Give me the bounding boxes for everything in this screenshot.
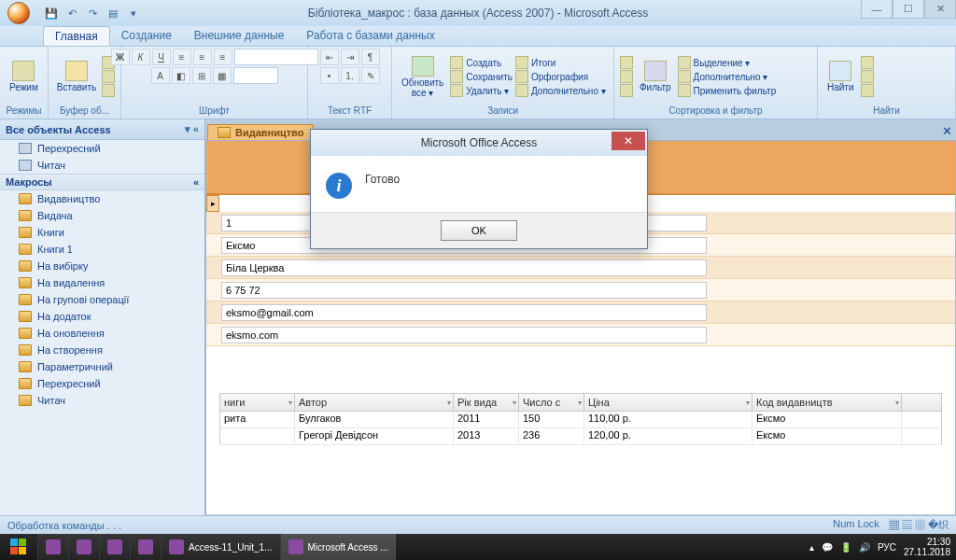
nav-item-macro[interactable]: На вибірку [0, 258, 204, 274]
save-record-button[interactable]: Сохранить [450, 70, 513, 83]
table-cell[interactable]: 236 [519, 428, 584, 444]
taskbar-item[interactable] [130, 534, 161, 560]
taskbar-item[interactable]: Access-11_Unit_1... [161, 534, 280, 560]
column-header[interactable]: Автор▾ [295, 394, 454, 411]
select-button[interactable] [861, 84, 874, 97]
nav-item-macro[interactable]: На додаток [0, 308, 204, 325]
undo-icon[interactable]: ↶ [63, 5, 80, 21]
table-cell[interactable] [220, 428, 295, 444]
delete-record-button[interactable]: Удалить ▾ [450, 84, 513, 97]
doc-close-button[interactable]: ✕ [937, 121, 956, 140]
nav-item[interactable]: Перехресний [0, 140, 204, 157]
qat-icon[interactable]: ▤ [105, 5, 121, 21]
italic-button[interactable]: К [132, 49, 150, 65]
table-cell[interactable]: Ексмо [752, 428, 902, 444]
alt-row-button[interactable]: ▦ [213, 67, 232, 84]
toggle-filter-button[interactable]: Применить фильтр [678, 84, 777, 97]
nav-item-macro[interactable]: На створення [0, 342, 204, 358]
form-input[interactable] [221, 304, 707, 321]
bullets-button[interactable]: • [320, 67, 339, 84]
view-button[interactable]: Режим [6, 59, 42, 94]
close-button[interactable]: ✕ [924, 0, 956, 19]
filter-button[interactable]: Фильтр [636, 59, 675, 94]
nav-item-macro[interactable]: Видавництво [0, 190, 204, 207]
tab-home[interactable]: Главная [43, 26, 110, 46]
fill-color-button[interactable]: ◧ [172, 67, 190, 84]
taskbar-item[interactable] [37, 534, 68, 560]
find-button[interactable]: Найти [823, 59, 858, 94]
table-cell[interactable]: 2013 [454, 428, 519, 444]
numbering-button[interactable]: 1. [341, 67, 359, 84]
save-icon[interactable]: 💾 [43, 5, 60, 21]
align-right-button[interactable]: ≡ [214, 49, 232, 65]
form-input[interactable] [221, 259, 707, 276]
view-shortcuts[interactable]: ▦ ▤ ▥ �织 [889, 518, 949, 532]
ltr-button[interactable]: ¶ [361, 49, 380, 65]
gridlines-button[interactable]: ⊞ [192, 67, 211, 84]
qat-more-icon[interactable]: ▾ [125, 5, 142, 21]
form-input[interactable] [221, 282, 707, 299]
nav-item-macro[interactable]: Параметричний [0, 358, 204, 375]
action-center-icon[interactable]: 💬 [822, 542, 833, 553]
volume-icon[interactable]: 🔊 [859, 542, 870, 553]
format-painter-button[interactable] [102, 84, 115, 97]
battery-icon[interactable]: 🔋 [840, 542, 851, 553]
doc-tab[interactable]: Видавництво [207, 124, 314, 140]
highlight-button[interactable]: ✎ [361, 67, 380, 84]
align-center-button[interactable]: ≡ [193, 49, 212, 65]
nav-item-macro[interactable]: На оновлення [0, 325, 204, 342]
record-selector[interactable]: ▸ [206, 195, 219, 212]
table-cell[interactable]: Ексмо [752, 412, 902, 427]
tab-create[interactable]: Создание [110, 26, 183, 46]
font-combo[interactable] [234, 49, 318, 65]
table-cell[interactable]: 2011 [454, 412, 519, 427]
nav-item-macro[interactable]: Книги 1 [0, 241, 204, 258]
table-cell[interactable]: 120,00 р. [584, 428, 752, 444]
column-header[interactable]: Ціна▾ [584, 394, 752, 411]
spelling-button[interactable]: Орфография [515, 70, 606, 83]
minimize-button[interactable]: — [861, 0, 893, 19]
totals-button[interactable]: Итоги [515, 56, 606, 69]
nav-header[interactable]: Все объекты Access▾ « [0, 119, 204, 140]
advanced-filter-button[interactable]: Дополнительно ▾ [678, 70, 777, 83]
new-record-button[interactable]: Создать [450, 56, 513, 69]
table-row[interactable]: ритаБулгаков2011150110,00 р.Ексмо [219, 412, 942, 428]
paste-button[interactable]: Вставить [54, 59, 99, 94]
nav-item-macro[interactable]: На групові операції [0, 291, 204, 308]
column-header[interactable]: Рік вида▾ [454, 394, 519, 411]
tray-up-icon[interactable]: ▴ [809, 542, 814, 553]
nav-item-macro[interactable]: Книги [0, 224, 204, 241]
replace-button[interactable] [861, 56, 874, 69]
nav-item-macro[interactable]: Перехресний [0, 375, 204, 392]
font-color-button[interactable]: A [151, 67, 170, 84]
nav-item-macro[interactable]: Видача [0, 207, 204, 224]
table-cell[interactable]: рита [220, 412, 295, 427]
start-button[interactable] [0, 534, 37, 560]
sort-desc-button[interactable] [620, 70, 633, 83]
more-button[interactable]: Дополнительно ▾ [515, 84, 606, 97]
column-header[interactable]: ниги▾ [220, 394, 295, 411]
column-header[interactable]: Код видавництв▾ [752, 394, 902, 411]
redo-icon[interactable]: ↷ [84, 5, 101, 21]
table-cell[interactable]: Булгаков [295, 412, 454, 427]
refresh-all-button[interactable]: Обновить все ▾ [398, 54, 447, 100]
bold-button[interactable]: Ж [111, 49, 130, 65]
nav-group-macros[interactable]: Макросы« [0, 174, 204, 190]
indent-inc-button[interactable]: ⇥ [341, 49, 359, 65]
taskbar-item[interactable] [99, 534, 130, 560]
selection-button[interactable]: Выделение ▾ [678, 56, 777, 69]
table-cell[interactable]: Грегорі Девідсон [295, 428, 454, 444]
copy-button[interactable] [102, 70, 115, 83]
align-left-button[interactable]: ≡ [173, 49, 191, 65]
dialog-close-button[interactable]: ✕ [612, 132, 645, 150]
form-input[interactable] [221, 327, 707, 343]
clock[interactable]: 21:3027.11.2018 [904, 537, 950, 557]
indent-dec-button[interactable]: ⇤ [320, 49, 339, 65]
clear-sort-button[interactable] [620, 84, 633, 97]
table-row[interactable]: Грегорі Девідсон2013236120,00 р.Ексмо [219, 428, 942, 445]
fontsize-combo[interactable] [233, 67, 278, 84]
ok-button[interactable]: OK [441, 220, 517, 241]
nav-item-macro[interactable]: Читач [0, 392, 204, 409]
tab-external[interactable]: Внешние данные [183, 26, 296, 46]
taskbar-item[interactable] [68, 534, 99, 560]
